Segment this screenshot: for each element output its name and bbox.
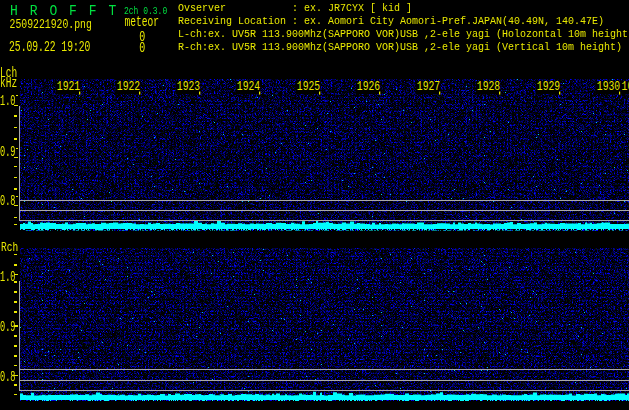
svg-text:1923: 1923 — [177, 80, 200, 93]
svg-text:10: 10 — [622, 80, 629, 93]
svg-text:1925: 1925 — [297, 80, 320, 93]
svg-text:1922: 1922 — [117, 80, 140, 93]
svg-text:1927: 1927 — [417, 80, 440, 93]
svg-text:1924: 1924 — [237, 80, 260, 93]
svg-text:1921: 1921 — [57, 80, 80, 93]
svg-text:1928: 1928 — [477, 80, 500, 93]
svg-text:1929: 1929 — [537, 80, 560, 93]
svg-text:1930: 1930 — [597, 80, 620, 93]
svg-text:1926: 1926 — [357, 80, 380, 93]
